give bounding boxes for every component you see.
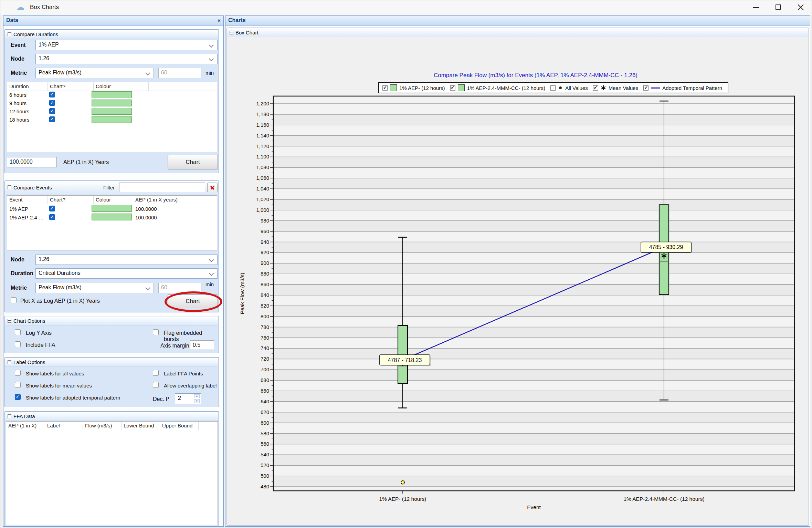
- show-atp-labels-checkbox[interactable]: [15, 394, 21, 400]
- event-label: Event: [11, 42, 26, 48]
- legend-checkbox[interactable]: [382, 85, 388, 91]
- filter-input[interactable]: [119, 183, 205, 192]
- duration-chart-checkbox[interactable]: [49, 116, 55, 122]
- header-rule: [7, 91, 217, 91]
- column-header: Colour: [94, 196, 133, 204]
- flag-bursts-checkbox[interactable]: [153, 329, 159, 335]
- data-panel-title: Data: [6, 17, 18, 23]
- metric-select[interactable]: Peak Flow (m3/s): [35, 68, 154, 78]
- allow-overlap-checkbox[interactable]: [153, 382, 159, 388]
- node-select[interactable]: 1.26: [35, 54, 218, 64]
- legend-checkbox[interactable]: [643, 85, 648, 91]
- dec-p-spinner[interactable]: 2 ▲ ▼: [175, 393, 201, 404]
- event-chart-checkbox[interactable]: [49, 214, 55, 220]
- spinner-down-icon[interactable]: ▼: [194, 399, 200, 403]
- legend-checkbox[interactable]: [593, 85, 598, 91]
- collapse-group-icon[interactable]: [8, 319, 11, 323]
- data-panel-header: Data «: [3, 16, 223, 26]
- column-header: Chart?: [48, 82, 94, 91]
- duration-select[interactable]: Critical Durations: [35, 268, 218, 279]
- duration-label: Duration: [11, 270, 33, 277]
- durations-chart-button[interactable]: Chart: [168, 155, 218, 169]
- collapse-group-icon[interactable]: [230, 31, 233, 34]
- event-aep-cell: 100.0000: [135, 215, 157, 220]
- charts-panel-title: Charts: [228, 17, 246, 23]
- aep-years-input[interactable]: 100.0000: [7, 157, 57, 167]
- duration-colour-swatch[interactable]: [92, 91, 132, 98]
- event-colour-swatch[interactable]: [92, 205, 132, 212]
- legend-item: Mean Values: [593, 85, 638, 91]
- chart-options-header[interactable]: Chart Options: [5, 317, 218, 325]
- duration-colour-swatch[interactable]: [92, 108, 132, 115]
- duration-chart-checkbox[interactable]: [49, 108, 55, 114]
- minutes-unit-label: min: [205, 281, 214, 287]
- collapse-group-icon[interactable]: [8, 185, 11, 189]
- event-chart-checkbox[interactable]: [49, 206, 55, 211]
- clear-filter-button[interactable]: [207, 183, 218, 192]
- show-mean-values-checkbox[interactable]: [15, 382, 21, 388]
- metric-minutes-input[interactable]: 60: [158, 68, 201, 78]
- include-ffa-checkbox[interactable]: [15, 341, 21, 347]
- show-mean-values-label: Show labels for mean values: [26, 383, 92, 389]
- compare-durations-header[interactable]: Compare Durations: [5, 30, 218, 39]
- show-atp-labels-label: Show labels for adopted temporal pattern: [26, 395, 120, 401]
- series-swatch-icon: [390, 84, 397, 91]
- label-options-title: Label Options: [13, 359, 45, 365]
- event-aep-cell: 100.0000: [135, 206, 157, 212]
- show-all-values-checkbox[interactable]: [15, 370, 21, 376]
- duration-chart-checkbox[interactable]: [49, 100, 55, 106]
- axis-margin-input[interactable]: 0.5: [190, 340, 214, 350]
- ffa-table: AEP (1 in X)LabelFlow (m3/s)Lower BoundU…: [6, 421, 218, 525]
- events-table: EventChart?ColourAEP (1 in X years)1% AE…: [7, 195, 217, 250]
- duration-cell: 18 hours: [9, 117, 29, 123]
- column-header: Flow (m3/s): [83, 422, 122, 430]
- compare-durations-title: Compare Durations: [13, 31, 58, 37]
- duration-colour-swatch[interactable]: [92, 116, 132, 123]
- minimize-button[interactable]: [746, 0, 768, 14]
- node-select[interactable]: 1.26: [35, 255, 218, 265]
- duration-colour-swatch[interactable]: [92, 100, 132, 106]
- maximize-button[interactable]: [768, 0, 790, 14]
- plot-x-log-checkbox[interactable]: [11, 297, 17, 303]
- metric-select[interactable]: Peak Flow (m3/s): [35, 283, 154, 293]
- ffa-data-title: FFA Data: [13, 413, 35, 419]
- column-header: AEP (1 in X years): [133, 196, 195, 204]
- label-options-header[interactable]: Label Options: [5, 358, 218, 367]
- event-value: 1% AEP: [39, 42, 59, 48]
- title-bar: ☁ Box Charts: [0, 0, 812, 15]
- close-button[interactable]: [790, 0, 812, 14]
- legend-checkbox[interactable]: [550, 85, 556, 91]
- collapse-group-icon[interactable]: [8, 414, 11, 418]
- legend-item: Adopted Temporal Pattern: [643, 85, 722, 91]
- collapse-panel-button[interactable]: «: [218, 17, 221, 23]
- include-ffa-label: Include FFA: [26, 342, 55, 348]
- spinner-up-icon[interactable]: ▲: [194, 394, 200, 398]
- event-select[interactable]: 1% AEP: [35, 40, 218, 50]
- legend-checkbox[interactable]: [450, 85, 455, 91]
- duration-chart-checkbox[interactable]: [49, 92, 55, 97]
- chart-options-group: Chart Options Log Y Axis Include FFA Fla…: [4, 316, 219, 353]
- chart-options-title: Chart Options: [13, 318, 45, 324]
- app-window: ☁ Box Charts Data « Compare Durations Ev…: [0, 0, 812, 528]
- header-rule: [6, 430, 218, 430]
- collapse-group-icon[interactable]: [8, 32, 11, 36]
- show-all-values-label: Show labels for all values: [26, 371, 84, 376]
- legend-item: All Values: [550, 85, 588, 91]
- legend-label: Adopted Temporal Pattern: [662, 85, 722, 91]
- collapse-group-icon[interactable]: [8, 360, 11, 364]
- legend-item: 1% AEP-2.4-MMM-CC- (12 hours): [450, 84, 546, 91]
- ffa-data-group: FFA Data AEP (1 in X)LabelFlow (m3/s)Low…: [4, 411, 219, 526]
- ffa-data-header[interactable]: FFA Data: [5, 412, 218, 421]
- box-chart-header[interactable]: Box Chart: [227, 28, 808, 37]
- legend-item: 1% AEP- (12 hours): [382, 84, 445, 91]
- axis-margin-label: Axis margin: [160, 343, 189, 349]
- series-swatch-icon: [458, 84, 465, 91]
- duration-value: Critical Durations: [39, 270, 81, 276]
- label-ffa-points-checkbox[interactable]: [153, 370, 159, 376]
- legend-label: Mean Values: [609, 85, 638, 91]
- compare-durations-group: Compare Durations Event 1% AEP Node 1.26…: [4, 29, 219, 173]
- log-y-axis-checkbox[interactable]: [15, 329, 21, 335]
- legend-label: 1% AEP-2.4-MMM-CC- (12 hours): [467, 85, 546, 91]
- event-colour-swatch[interactable]: [92, 214, 132, 220]
- label-options-group: Label Options Show labels for all values…: [4, 357, 219, 407]
